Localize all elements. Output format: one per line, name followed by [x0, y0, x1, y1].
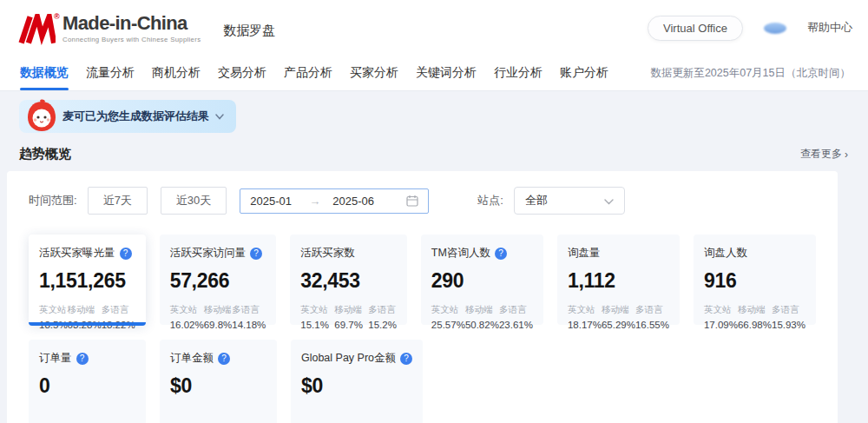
- view-more-link[interactable]: 查看更多 ›: [800, 147, 848, 162]
- card-breakdown: 英文站17.09%移动端66.98%多语言15.93%: [704, 304, 806, 330]
- virtual-office-button[interactable]: Virtual Office: [648, 16, 743, 41]
- breakdown-移动端: 移动端65.29%: [602, 304, 635, 330]
- breakdown-移动端: 移动端69.7%: [334, 304, 363, 330]
- breakdown-多语言: 多语言16.55%: [635, 304, 669, 330]
- card-value: 290: [431, 269, 533, 293]
- card-title: 订单量: [39, 351, 72, 366]
- page-title: 数据罗盘: [223, 23, 275, 39]
- date-end-value[interactable]: 2025-06: [332, 195, 386, 208]
- assistant-banner[interactable]: 麦可已为您生成数据评估结果: [19, 100, 236, 133]
- site-label: 站点:: [477, 193, 503, 208]
- breakdown-多语言: 多语言23.61%: [499, 304, 533, 330]
- tab-产品分析[interactable]: 产品分析: [276, 56, 340, 90]
- made-in-china-m-icon: [17, 14, 56, 45]
- breakdown-移动端: 移动端63.28%: [68, 304, 102, 330]
- help-icon[interactable]: [764, 23, 786, 34]
- breakdown-多语言: 多语言15.93%: [772, 304, 806, 330]
- stat-cards-row-1: 活跃买家曝光量 ? 1,151,265 英文站18.5%移动端63.28%多语言…: [29, 235, 816, 325]
- brand-name: Made-in-China: [62, 13, 201, 34]
- filter-row: 时间范围: 近7天 近30天 2025-01 → 2025-06 站点: 全部: [29, 187, 816, 215]
- card-title: 活跃买家访问量: [170, 246, 247, 261]
- breakdown-英文站: 英文站18.5%: [39, 304, 68, 330]
- question-icon[interactable]: ?: [218, 353, 230, 365]
- site-select[interactable]: 全部: [514, 187, 625, 215]
- card-title: 询盘量: [568, 246, 601, 261]
- card-title: 订单金额: [170, 351, 214, 366]
- breakdown-英文站: 英文站18.17%: [568, 304, 602, 330]
- chevron-right-icon: ›: [845, 149, 848, 161]
- stat-card-活跃买家曝光量[interactable]: 活跃买家曝光量 ? 1,151,265 英文站18.5%移动端63.28%多语言…: [29, 235, 146, 325]
- quick-range-30d-button[interactable]: 近30天: [161, 187, 227, 215]
- card-value: 32,453: [300, 269, 397, 293]
- tab-账户分析[interactable]: 账户分析: [552, 56, 616, 90]
- card-value: 0: [39, 374, 135, 398]
- card-breakdown: 英文站16.02%移动端69.8%多语言14.18%: [170, 304, 266, 330]
- time-range-label: 时间范围:: [29, 193, 77, 208]
- help-center-link[interactable]: 帮助中心: [807, 20, 852, 36]
- breakdown-英文站: 英文站17.09%: [704, 304, 738, 330]
- question-icon[interactable]: ?: [76, 353, 89, 365]
- card-title: 询盘人数: [704, 246, 747, 261]
- top-header: ® Made-in-China Connecting Buyers with C…: [0, 0, 868, 56]
- tab-数据概览[interactable]: 数据概览: [12, 56, 76, 90]
- breakdown-移动端: 移动端66.98%: [738, 304, 772, 330]
- stat-card-TM咨询人数[interactable]: TM咨询人数 ? 290 英文站25.57%移动端50.82%多语言23.61%: [421, 235, 543, 325]
- breakdown-英文站: 英文站25.57%: [431, 304, 465, 330]
- question-icon[interactable]: ?: [120, 248, 132, 260]
- breakdown-移动端: 移动端69.8%: [204, 304, 233, 330]
- chevron-down-icon: [604, 195, 614, 208]
- header-actions: Virtual Office 帮助中心: [648, 16, 852, 41]
- tab-商机分析[interactable]: 商机分析: [144, 56, 208, 90]
- card-value: 1,151,265: [39, 269, 135, 293]
- date-start-value[interactable]: 2025-01: [250, 195, 304, 208]
- mascot-icon: [23, 98, 60, 135]
- registered-mark: ®: [54, 12, 60, 21]
- chevron-down-icon[interactable]: [215, 114, 224, 120]
- data-update-note: 数据更新至2025年07月15日（北京时间）: [650, 66, 851, 81]
- brand-text: Made-in-China Connecting Buyers with Chi…: [62, 10, 201, 43]
- stat-card-询盘人数[interactable]: 询盘人数 916 英文站17.09%移动端66.98%多语言15.93%: [694, 235, 816, 325]
- question-icon[interactable]: ?: [495, 248, 507, 260]
- question-icon[interactable]: ?: [400, 353, 412, 365]
- breakdown-英文站: 英文站15.1%: [300, 304, 329, 330]
- stat-card-订单量[interactable]: 订单量 ? 0: [29, 340, 146, 423]
- tab-交易分析[interactable]: 交易分析: [210, 56, 274, 90]
- card-value: 57,266: [170, 269, 266, 293]
- tab-流量分析[interactable]: 流量分析: [78, 56, 142, 90]
- card-breakdown: 英文站25.57%移动端50.82%多语言23.61%: [431, 304, 533, 330]
- view-more-label: 查看更多: [800, 147, 842, 162]
- stat-cards-row-2: 订单量 ? 0 订单金额 ? $0 Global Pay Pro金额 ? $0: [29, 340, 816, 423]
- brand-logo[interactable]: ® Made-in-China Connecting Buyers with C…: [17, 10, 201, 45]
- quick-range-7d-button[interactable]: 近7天: [88, 187, 148, 215]
- tab-买家分析[interactable]: 买家分析: [342, 56, 406, 90]
- stat-card-订单金额[interactable]: 订单金额 ? $0: [160, 340, 277, 423]
- card-value: $0: [170, 374, 266, 398]
- site-select-value: 全部: [525, 193, 548, 208]
- card-title: TM咨询人数: [431, 246, 490, 261]
- date-range-picker[interactable]: 2025-01 → 2025-06: [240, 188, 429, 214]
- stat-card-Global Pay Pro金额[interactable]: Global Pay Pro金额 ? $0: [291, 340, 423, 423]
- card-value: 1,112: [568, 269, 669, 293]
- card-title: 活跃买家曝光量: [39, 246, 115, 261]
- breakdown-多语言: 多语言14.18%: [232, 304, 266, 330]
- breakdown-移动端: 移动端50.82%: [465, 304, 499, 330]
- stat-card-活跃买家访问量[interactable]: 活跃买家访问量 ? 57,266 英文站16.02%移动端69.8%多语言14.…: [160, 235, 277, 325]
- card-breakdown: 英文站18.5%移动端63.28%多语言18.22%: [39, 304, 135, 330]
- card-title: Global Pay Pro金额: [301, 351, 396, 366]
- stat-card-活跃买家数[interactable]: 活跃买家数 32,453 英文站15.1%移动端69.7%多语言15.2%: [290, 235, 407, 325]
- card-breakdown: 英文站15.1%移动端69.7%多语言15.2%: [300, 304, 397, 330]
- brand-tagline: Connecting Buyers with Chinese Suppliers: [62, 36, 201, 43]
- main-nav: 数据概览 流量分析 商机分析 交易分析 产品分析 买家分析 关键词分析 行业分析…: [0, 56, 868, 91]
- breakdown-多语言: 多语言15.2%: [368, 304, 397, 330]
- card-value: $0: [301, 374, 412, 398]
- nav-tabs: 数据概览 流量分析 商机分析 交易分析 产品分析 买家分析 关键词分析 行业分析…: [12, 56, 616, 90]
- card-breakdown: 英文站18.17%移动端65.29%多语言16.55%: [568, 304, 669, 330]
- tab-关键词分析[interactable]: 关键词分析: [408, 56, 484, 90]
- stat-card-询盘量[interactable]: 询盘量 1,112 英文站18.17%移动端65.29%多语言16.55%: [557, 235, 680, 325]
- calendar-icon: [406, 195, 418, 207]
- arrow-right-icon: →: [309, 195, 320, 208]
- question-icon[interactable]: ?: [250, 248, 262, 260]
- card-title: 活跃买家数: [300, 246, 355, 261]
- section-title: 趋势概览: [19, 146, 71, 162]
- tab-行业分析[interactable]: 行业分析: [486, 56, 550, 90]
